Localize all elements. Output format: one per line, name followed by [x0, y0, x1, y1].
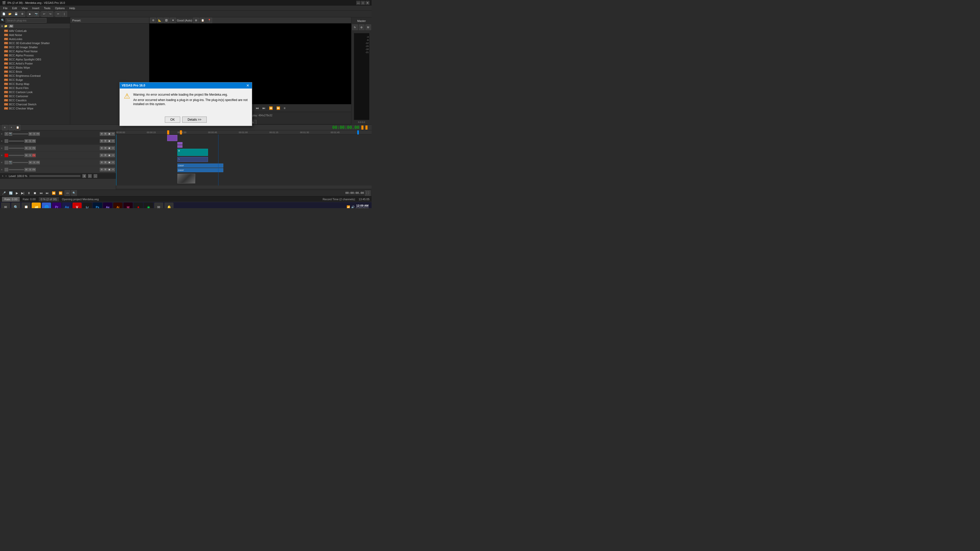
track-add-btn[interactable]: + — [5, 132, 8, 136]
play-btn[interactable]: ▶ — [15, 191, 19, 195]
redo-button[interactable]: ↪ — [48, 11, 53, 17]
tc-eq-5[interactable]: ≡ — [111, 161, 115, 164]
list-item[interactable]: FX Add Noise — [0, 33, 70, 37]
track-btn-6[interactable] — [5, 168, 8, 171]
list-item[interactable]: FX AutoLooks — [0, 37, 70, 41]
clip-2b[interactable] — [177, 145, 183, 148]
clip-2a[interactable] — [177, 142, 183, 144]
level-plus[interactable]: + — [88, 174, 92, 178]
track-list[interactable]: 📋 — [15, 125, 21, 130]
media-encoder-icon[interactable]: ● — [134, 203, 143, 208]
title-bar-controls[interactable]: — □ ✕ — [356, 1, 369, 5]
clip-3[interactable]: ⚙ — [177, 149, 208, 156]
photoshop-icon[interactable]: Ps — [93, 203, 102, 208]
list-item[interactable]: FX BCC Alpha Process — [0, 53, 70, 57]
menu-tools[interactable]: Tools — [42, 6, 52, 10]
tc-eq-2[interactable]: ≡ — [111, 139, 115, 143]
tc-comp-5[interactable]: ◼ — [107, 161, 111, 164]
tc-gear[interactable]: ⚙ — [100, 132, 103, 136]
track-mute-6[interactable]: M — [24, 168, 28, 171]
list-item[interactable]: FX BCC 3D Image Shatter — [0, 45, 70, 49]
save-button[interactable]: 💾 — [13, 11, 19, 17]
track-btn-4[interactable] — [5, 154, 8, 157]
track-solo-5[interactable]: S — [32, 161, 36, 164]
track-mute-5[interactable]: M — [29, 161, 32, 164]
track-btn-2[interactable] — [5, 139, 8, 143]
list-item[interactable]: FX AAV ColorLab — [0, 29, 70, 33]
track-volume-5[interactable] — [13, 162, 28, 163]
menu-view[interactable]: View — [20, 6, 30, 10]
ok-button[interactable]: OK — [165, 117, 180, 123]
track-volume-6[interactable] — [9, 169, 24, 170]
track-fx-3[interactable]: FX — [32, 146, 36, 150]
task-view-icon[interactable]: 📋 — [21, 203, 30, 208]
clip-image[interactable] — [177, 174, 195, 183]
fast-backward[interactable]: ⏪ — [268, 106, 274, 110]
track-volume-3[interactable] — [9, 148, 24, 149]
full-screen-btn[interactable]: ⛶ — [365, 190, 371, 196]
maximize-button[interactable]: □ — [361, 1, 365, 5]
track-mute-3[interactable]: M — [24, 146, 28, 150]
track-solo-6[interactable]: S — [28, 168, 32, 171]
menu-insert[interactable]: Insert — [30, 6, 41, 10]
fx-btn[interactable]: fx — [352, 24, 358, 30]
tc-eq-6[interactable]: ≡ — [111, 168, 115, 171]
tc-eq[interactable]: ≡ — [111, 132, 115, 136]
tc-comp-3[interactable]: ◼ — [107, 146, 111, 150]
preview-snap[interactable]: 📐 — [157, 17, 162, 23]
track-solo-3[interactable]: S — [28, 146, 32, 150]
timeline-scrollbar[interactable] — [116, 186, 372, 189]
menu-file[interactable]: File — [1, 6, 10, 10]
track-volume-2[interactable] — [9, 141, 24, 141]
preview-safe[interactable]: 📍 — [207, 17, 212, 23]
file-explorer-icon[interactable]: 📁 — [32, 203, 41, 208]
tc-gear-3[interactable]: ⚙ — [100, 146, 103, 150]
tc-comp[interactable]: ◼ — [107, 132, 111, 136]
prev-frame[interactable]: ⏮ — [255, 106, 260, 110]
fast-forward[interactable]: ⏩ — [275, 106, 281, 110]
tc-chain[interactable]: ⛓ — [103, 132, 107, 136]
open-button[interactable]: 📂 — [7, 11, 13, 17]
track-fx-4[interactable]: FX — [32, 154, 36, 157]
list-item[interactable]: FX BCC Cartoon Look — [0, 90, 70, 94]
ff-btn[interactable]: ⏩ — [58, 191, 64, 195]
new-button[interactable]: 📄 — [1, 11, 6, 17]
preview-copy[interactable]: 📋 — [200, 17, 205, 23]
split-button[interactable]: | — [62, 11, 67, 17]
loop-btn[interactable]: 🔄 — [8, 191, 14, 195]
preview-quality-btn[interactable]: ▼ — [170, 17, 176, 23]
play-from-btn[interactable]: ▶| — [20, 191, 25, 195]
properties-button[interactable]: ⚙ — [19, 11, 25, 17]
track-solo-2[interactable]: S — [28, 139, 32, 143]
next-frame[interactable]: ⏭ — [261, 106, 266, 110]
stop-btn[interactable]: ⏹ — [32, 191, 38, 195]
m-btn[interactable]: M — [366, 24, 371, 30]
menu-help[interactable]: Help — [67, 6, 77, 10]
tc-gear-2[interactable]: ⚙ — [100, 139, 103, 143]
clip-1[interactable] — [167, 135, 177, 141]
indesign-icon[interactable]: Id — [124, 203, 133, 208]
illustrator-icon[interactable]: Ai — [113, 203, 123, 208]
rw-btn[interactable]: ⏪ — [51, 191, 57, 195]
track-volume-4[interactable] — [9, 155, 24, 156]
mail-icon[interactable]: ✉ — [154, 203, 163, 208]
track-fx-5[interactable]: FX — [36, 161, 40, 164]
list-item[interactable]: FX BCC Artist's Poster — [0, 62, 70, 65]
timeline-menu[interactable]: ≡ — [2, 125, 8, 130]
menu-options[interactable]: Options — [53, 6, 67, 10]
track-mute[interactable]: M — [29, 132, 32, 136]
mic-icon-2[interactable]: 🎤 — [1, 191, 7, 195]
tc-chain-2[interactable]: ⛓ — [103, 139, 107, 143]
list-item[interactable]: FX BCC Blobs Wipe — [0, 65, 70, 70]
more-btn[interactable]: ≡ — [283, 106, 286, 110]
cancel-button[interactable]: Rate: 0.00 — [2, 197, 20, 202]
track-btn-5[interactable] — [5, 161, 8, 164]
pause-btn[interactable]: ⏸ — [26, 191, 32, 195]
tc-eq-4[interactable]: ≡ — [111, 154, 115, 157]
selection-btn[interactable]: ▭ — [65, 190, 70, 196]
tc-chain-6[interactable]: ⛓ — [103, 168, 107, 171]
tc-eq-3[interactable]: ≡ — [111, 146, 115, 150]
start-button[interactable]: ⊞ — [1, 203, 10, 208]
tc-gear-6[interactable]: ⚙ — [100, 168, 103, 171]
prev-btn[interactable]: ⏮ — [38, 191, 44, 195]
